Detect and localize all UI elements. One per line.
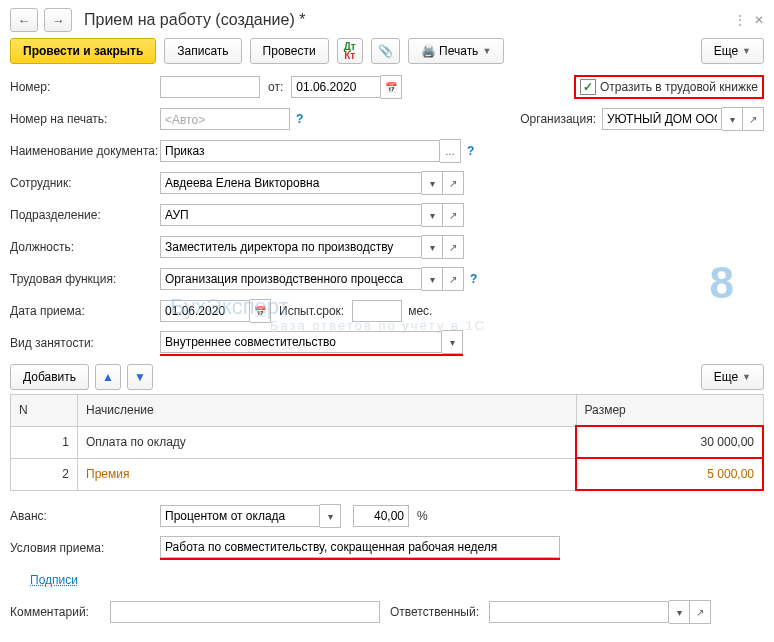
probation-unit: мес. xyxy=(408,304,432,318)
col-n: N xyxy=(11,395,78,427)
ellipsis-icon[interactable]: … xyxy=(440,139,461,163)
comment-input[interactable] xyxy=(110,601,380,623)
checkbox-checked-icon: ✓ xyxy=(580,79,596,95)
employee-input[interactable] xyxy=(160,172,422,194)
dept-label: Подразделение: xyxy=(10,208,130,222)
reflect-label: Отразить в трудовой книжке xyxy=(600,80,758,94)
advance-pct-input[interactable] xyxy=(353,505,409,527)
paperclip-icon: 📎 xyxy=(378,44,393,58)
number-label: Номер: xyxy=(10,80,160,94)
table-row[interactable]: 2 Премия 5 000,00 xyxy=(11,458,764,490)
from-label: от: xyxy=(268,80,283,94)
employee-label: Сотрудник: xyxy=(10,176,130,190)
conditions-input[interactable] xyxy=(160,536,560,558)
date-label: Дата приема: xyxy=(10,304,130,318)
hire-date-input[interactable] xyxy=(160,300,250,322)
move-down-button[interactable]: ▼ xyxy=(127,364,153,390)
docname-label: Наименование документа: xyxy=(10,144,160,158)
calendar-icon[interactable]: 📅 xyxy=(250,299,271,323)
dept-input[interactable] xyxy=(160,204,422,226)
open-icon[interactable]: ↗ xyxy=(743,107,764,131)
window-title: Прием на работу (создание) * xyxy=(84,11,728,29)
employment-input[interactable] xyxy=(160,331,442,353)
probation-label: Испыт.срок: xyxy=(279,304,344,318)
dropdown-icon[interactable]: ▾ xyxy=(422,171,443,195)
cell-size: 30 000,00 xyxy=(576,426,763,458)
signatures-link[interactable]: Подписи xyxy=(30,573,78,587)
advance-type-input[interactable] xyxy=(160,505,320,527)
func-input[interactable] xyxy=(160,268,422,290)
comment-label: Комментарий: xyxy=(10,605,110,619)
table-row[interactable]: 1 Оплата по окладу 30 000,00 xyxy=(11,426,764,458)
nav-forward-button[interactable]: → xyxy=(44,8,72,32)
position-label: Должность: xyxy=(10,240,130,254)
conditions-label: Условия приема: xyxy=(10,541,130,555)
save-button[interactable]: Записать xyxy=(164,38,241,64)
open-icon[interactable]: ↗ xyxy=(443,235,464,259)
responsible-label: Ответственный: xyxy=(390,605,479,619)
col-accrual: Начисление xyxy=(78,395,577,427)
dropdown-icon[interactable]: ▾ xyxy=(722,107,743,131)
cell-size: 5 000,00 xyxy=(576,458,763,490)
table-more-button[interactable]: Еще▼ xyxy=(701,364,764,390)
probation-input[interactable] xyxy=(352,300,402,322)
responsible-input[interactable] xyxy=(489,601,669,623)
from-date-input[interactable] xyxy=(291,76,381,98)
dropdown-icon[interactable]: ▾ xyxy=(422,267,443,291)
employment-label: Вид занятости: xyxy=(10,336,130,350)
attachment-button[interactable]: 📎 xyxy=(371,38,400,64)
accruals-table[interactable]: N Начисление Размер 1 Оплата по окладу 3… xyxy=(10,394,764,491)
post-and-close-button[interactable]: Провести и закрыть xyxy=(10,38,156,64)
number-input[interactable] xyxy=(160,76,260,98)
nav-back-button[interactable]: ← xyxy=(10,8,38,32)
help-icon[interactable]: ? xyxy=(296,112,303,126)
menu-icon[interactable]: ⋮ xyxy=(734,13,746,27)
col-size: Размер xyxy=(576,395,763,427)
print-number-label: Номер на печать: xyxy=(10,112,160,126)
dtkt-button[interactable]: ДтКт xyxy=(337,38,363,64)
open-icon[interactable]: ↗ xyxy=(690,600,711,624)
more-button[interactable]: Еще▼ xyxy=(701,38,764,64)
dropdown-icon[interactable]: ▾ xyxy=(422,203,443,227)
help-icon[interactable]: ? xyxy=(467,144,474,158)
dropdown-icon[interactable]: ▾ xyxy=(422,235,443,259)
open-icon[interactable]: ↗ xyxy=(443,203,464,227)
open-icon[interactable]: ↗ xyxy=(443,171,464,195)
close-icon[interactable]: ✕ xyxy=(754,13,764,27)
reflect-checkbox-group[interactable]: ✓ Отразить в трудовой книжке xyxy=(574,75,764,99)
print-number-input[interactable]: <Авто> xyxy=(160,108,290,130)
print-button[interactable]: 🖨️ Печать▼ xyxy=(408,38,505,64)
dropdown-icon[interactable]: ▾ xyxy=(669,600,690,624)
cell-n: 2 xyxy=(11,458,78,490)
func-label: Трудовая функция: xyxy=(10,272,130,286)
org-label: Организация: xyxy=(520,112,596,126)
cell-n: 1 xyxy=(11,426,78,458)
org-input[interactable] xyxy=(602,108,722,130)
dropdown-icon[interactable]: ▾ xyxy=(442,330,463,354)
add-row-button[interactable]: Добавить xyxy=(10,364,89,390)
open-icon[interactable]: ↗ xyxy=(443,267,464,291)
pct-sign: % xyxy=(417,509,428,523)
advance-label: Аванс: xyxy=(10,509,130,523)
calendar-icon[interactable]: 📅 xyxy=(381,75,402,99)
printer-icon: 🖨️ xyxy=(421,44,436,58)
cell-name: Оплата по окладу xyxy=(78,426,577,458)
help-icon[interactable]: ? xyxy=(470,272,477,286)
dropdown-icon[interactable]: ▾ xyxy=(320,504,341,528)
post-button[interactable]: Провести xyxy=(250,38,329,64)
docname-input[interactable] xyxy=(160,140,440,162)
move-up-button[interactable]: ▲ xyxy=(95,364,121,390)
position-input[interactable] xyxy=(160,236,422,258)
cell-name: Премия xyxy=(78,458,577,490)
